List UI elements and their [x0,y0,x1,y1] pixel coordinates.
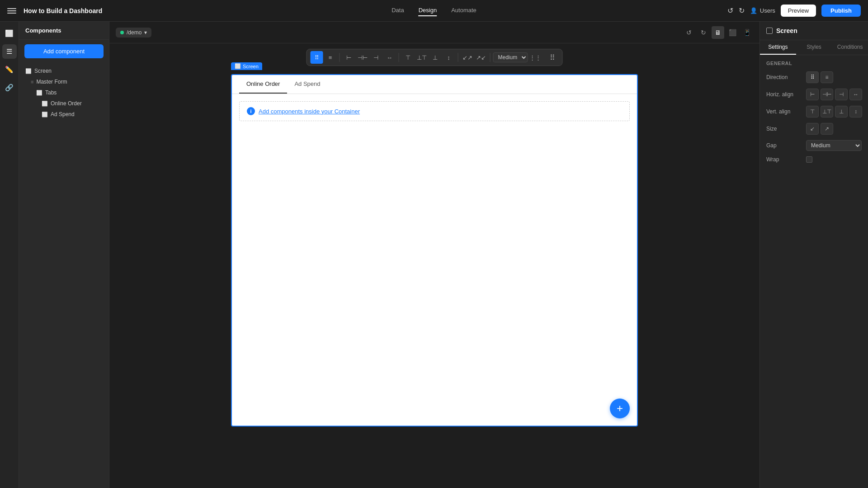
env-label: /demo [127,29,142,36]
tree-label-online-order: Online Order [51,100,82,107]
add-component-button[interactable]: Add component [24,44,104,58]
left-sidebar: ⬜ ☰ ✏️ 🔗 [0,22,19,488]
preview-button[interactable]: Preview [781,5,816,17]
align-top-btn[interactable]: ⊤ [402,51,415,64]
layout-columns-btn[interactable]: ⠿ [311,51,323,64]
nav-data[interactable]: Data [392,5,404,16]
screen-header-icon [766,28,773,34]
screen-badge-label: Screen [243,64,259,69]
tree-section: ⬜ Screen ≡ Master Form ⬜ Tabs ⬜ Online O… [19,63,109,122]
direction-columns-btn[interactable]: ⠿ [806,71,819,83]
direction-controls: ⠿ ≡ [806,71,862,83]
tree-item-screen[interactable]: ⬜ Screen [19,66,109,76]
screen-frame[interactable]: Online Order Ad Spend i Add components i… [231,74,638,427]
vert-end-btn[interactable]: ⊥ [835,106,848,117]
tablet-view-icon[interactable]: ⬛ [726,26,739,39]
wrap-checkbox[interactable] [806,156,812,163]
app-title: How to Build a Dashboard [24,7,102,14]
horiz-end-btn[interactable]: ⊣ [835,89,848,100]
sidebar-link-icon[interactable]: 🔗 [2,80,17,95]
align-bottom-btn[interactable]: ⊥ [429,51,442,64]
more-options-btn[interactable]: ⋮⋮ [529,51,542,64]
nav-design[interactable]: Design [419,5,437,16]
size-grow-btn[interactable]: ↗↙ [475,51,487,64]
vert-align-row: Vert. align ⊤ ⊥⊤ ⊥ ↕ [760,103,868,120]
sidebar-components-icon[interactable]: ☰ [2,44,17,59]
tree-item-master-form[interactable]: ≡ Master Form [19,76,109,87]
history-back-icon[interactable]: ↺ [727,6,733,15]
ad-spend-tree-icon: ⬜ [42,112,48,117]
toolbar-divider-3 [458,53,458,62]
size-label: Size [766,126,802,132]
env-badge[interactable]: /demo ▾ [116,28,151,38]
nav-automate[interactable]: Automate [451,5,476,16]
right-panel-header: Screen [760,22,868,40]
right-panel: Screen Settings Styles Conditions GENERA… [760,22,868,488]
tab-online-order[interactable]: Online Order [239,75,287,94]
align-stretch-v-btn[interactable]: ↕ [443,51,455,64]
screen-wrapper: ⬜ Screen Online Order Ad Spend i Add com… [231,74,638,427]
horiz-space-btn[interactable]: ↔ [849,89,862,100]
vert-start-btn[interactable]: ⊤ [806,106,819,117]
layout-rows-btn[interactable]: ≡ [324,51,337,64]
horiz-start-btn[interactable]: ⊢ [806,89,819,100]
screen-badge: ⬜ Screen [231,62,262,70]
vert-align-controls: ⊤ ⊥⊤ ⊥ ↕ [806,106,862,117]
grid-toggle-btn[interactable]: ⠿ [546,51,559,64]
zoom-select[interactable]: Medium Small Large [493,52,528,62]
size-grow-btn[interactable]: ↗ [821,123,833,135]
sidebar-screen-icon[interactable]: ⬜ [2,26,17,41]
online-order-tree-icon: ⬜ [42,101,48,107]
users-label: Users [760,7,775,14]
nav-right: ↺ ↻ 👤 Users Preview Publish [727,5,861,17]
rp-tab-settings[interactable]: Settings [760,40,796,55]
tree-label-screen: Screen [34,68,52,74]
vert-space-btn[interactable]: ↕ [849,106,862,117]
gap-select[interactable]: Medium Small Large [806,140,862,151]
tree-label-master-form: Master Form [36,79,67,85]
add-components-text: Add components inside your Container [259,108,360,115]
align-stretch-h-btn[interactable]: ↔ [383,51,396,64]
toolbar-divider-4 [490,53,491,62]
tree-label-ad-spend: Ad Spend [51,111,75,117]
direction-label: Direction [766,74,802,80]
top-nav: How to Build a Dashboard Data Design Aut… [0,0,868,22]
add-fab-button[interactable]: + [610,399,630,418]
size-shrink-btn[interactable]: ↙ [806,123,819,135]
right-panel-tabs: Settings Styles Conditions [760,40,868,55]
tab-ad-spend[interactable]: Ad Spend [287,75,327,94]
panel-header: Components [19,22,109,40]
rp-tab-conditions[interactable]: Conditions [832,40,868,55]
vert-center-btn[interactable]: ⊥⊤ [821,106,833,117]
align-center-h-btn[interactable]: ⊣⊢ [356,51,369,64]
canvas-toolbar: /demo ▾ ↺ ↻ 🖥 ⬛ 📱 [109,22,760,43]
direction-rows-btn[interactable]: ≡ [821,71,833,83]
size-row: Size ↙ ↗ [760,120,868,137]
tree-item-ad-spend[interactable]: ⬜ Ad Spend [19,109,109,120]
general-section-label: GENERAL [760,55,868,69]
direction-row: Direction ⠿ ≡ [760,69,868,86]
undo-icon[interactable]: ↺ [683,26,695,39]
horiz-align-controls: ⊢ ⊣⊢ ⊣ ↔ [806,89,862,100]
horiz-center-btn[interactable]: ⊣⊢ [821,89,833,100]
redo-icon[interactable]: ↻ [697,26,710,39]
users-button[interactable]: 👤 Users [750,7,775,14]
master-form-tree-icon: ≡ [31,79,33,84]
rp-tab-styles[interactable]: Styles [796,40,832,55]
hamburger-menu[interactable] [7,8,16,14]
align-left-btn[interactable]: ⊢ [343,51,355,64]
align-right-btn[interactable]: ⊣ [370,51,382,64]
align-center-v-btn[interactable]: ⊥⊤ [415,51,428,64]
tree-item-online-order[interactable]: ⬜ Online Order [19,98,109,109]
canvas-scroll: ⠿ ≡ ⊢ ⊣⊢ ⊣ ↔ ⊤ ⊥⊤ ⊥ ↕ ↙↗ ↗↙ Medium Small [109,43,760,488]
toolbar-divider-2 [399,53,399,62]
history-forward-icon[interactable]: ↻ [739,6,745,15]
desktop-view-icon[interactable]: 🖥 [712,26,724,39]
mobile-view-icon[interactable]: 📱 [741,26,753,39]
publish-button[interactable]: Publish [821,5,861,17]
size-shrink-btn[interactable]: ↙↗ [461,51,474,64]
add-components-prompt[interactable]: i Add components inside your Container [239,101,630,121]
right-panel-title: Screen [776,27,797,34]
tree-item-tabs[interactable]: ⬜ Tabs [19,87,109,98]
sidebar-edit-icon[interactable]: ✏️ [2,62,17,77]
